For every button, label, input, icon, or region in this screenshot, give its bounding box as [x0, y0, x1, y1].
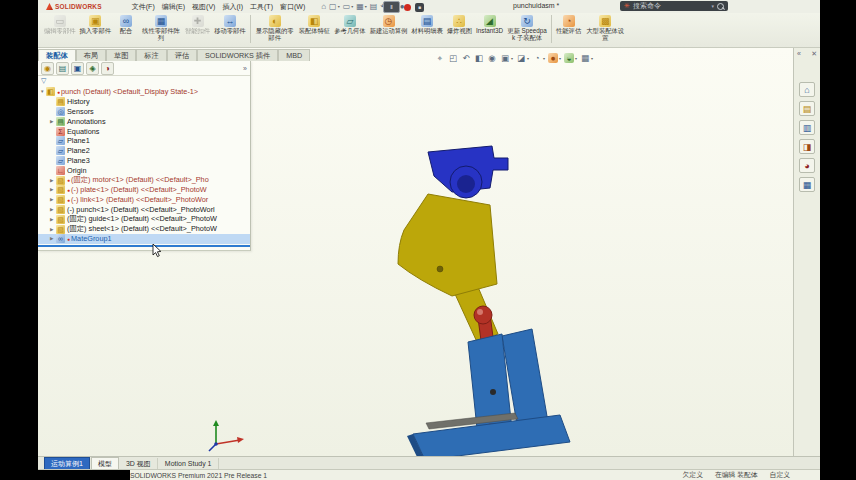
- ribbon-button[interactable]: ◔ 性能评估: [554, 14, 583, 36]
- ribbon-button[interactable]: ▩ 大型装配体设置: [583, 14, 627, 43]
- command-tab[interactable]: 评估: [167, 49, 197, 61]
- feature-tree-item[interactable]: ▤ ● History: [38, 97, 250, 107]
- taskpane-collapse-icon[interactable]: «: [797, 50, 801, 58]
- command-tab[interactable]: 布局: [76, 49, 106, 61]
- search-icon[interactable]: [717, 3, 724, 10]
- sheet-tab[interactable]: 模型: [91, 457, 119, 469]
- configurationmanager-icon[interactable]: ▣: [71, 62, 84, 75]
- command-tab[interactable]: MBD: [278, 49, 310, 61]
- ribbon-button[interactable]: ▱ 参考几何体: [332, 14, 367, 36]
- feature-tree-item[interactable]: ▱ ● Plane3: [38, 156, 250, 166]
- error-badge-icon: ●: [57, 89, 60, 95]
- ribbon-button[interactable]: ▭ 编辑零部件: [42, 14, 77, 36]
- ribbon-button[interactable]: [250, 15, 251, 43]
- previous-view-icon[interactable]: ↶▾: [461, 53, 471, 63]
- feature-tree-item[interactable]: ∟ ● Origin: [38, 165, 250, 175]
- update-speedpak-icon: ↻: [521, 15, 533, 27]
- recorder-pause-button[interactable]: ‖: [383, 1, 400, 13]
- feature-tree-item[interactable]: ▱ ● Plane1: [38, 136, 250, 146]
- feature-tree-item[interactable]: ▶ ▧ ● (-) link<1> (Default) <<Default>_P…: [38, 195, 250, 205]
- error-badge-icon: ●: [67, 187, 70, 193]
- apply-scene-icon[interactable]: ◒▾: [564, 53, 577, 63]
- tree-filter-row: ▽: [38, 76, 250, 86]
- recorder-stop-button[interactable]: ■: [415, 3, 424, 12]
- dimxpertmanager-icon[interactable]: ◈: [86, 62, 99, 75]
- displaymanager-icon[interactable]: ◑: [101, 62, 114, 75]
- home-taskpane-icon[interactable]: ⌂: [799, 82, 815, 97]
- solidworks-logo: SOLIDWORKS: [46, 3, 102, 10]
- home-icon[interactable]: ⌂▾: [321, 2, 326, 11]
- ribbon-button[interactable]: [551, 15, 552, 43]
- hide-show-items-icon[interactable]: ◔▾: [532, 53, 545, 63]
- feature-tree-item[interactable]: ▶ ▧ ● (-) plate<1> (Default) <<Default>_…: [38, 185, 250, 195]
- print-icon[interactable]: ▤▾: [370, 2, 378, 11]
- zoom-to-area-icon[interactable]: ◰▾: [448, 53, 458, 63]
- large-assembly-settings-icon: ▩: [599, 15, 611, 27]
- design-library-icon[interactable]: ▤: [799, 101, 815, 116]
- command-search-box[interactable]: ✳ 搜索命令 ▾: [620, 1, 728, 11]
- view-orientation-icon[interactable]: ▣▾: [500, 53, 513, 63]
- menu-item[interactable]: 插入(I): [222, 2, 243, 12]
- ribbon-button[interactable]: ▤ 材料明细表: [409, 14, 444, 36]
- taskpane-close-icon[interactable]: ✕: [811, 50, 817, 58]
- sheet-tab[interactable]: Motion Study 1: [159, 458, 219, 469]
- feature-tree-item[interactable]: ▶ ▧ ● (固定) sheet<1> (Default) <<Default>…: [38, 224, 250, 234]
- view-palette-icon[interactable]: ◨: [799, 139, 815, 154]
- feature-tree-item[interactable]: ▼ ◧ ● punch (Default) <Default_Display S…: [38, 87, 250, 97]
- save-icon[interactable]: ▦▾: [356, 2, 367, 11]
- command-tab[interactable]: 标注: [136, 49, 166, 61]
- ribbon-button[interactable]: ◢ Instant3D: [474, 14, 505, 36]
- command-tab[interactable]: 装配体: [38, 49, 76, 61]
- feature-tree-item[interactable]: ▶ ∞ ● MateGroup1: [38, 234, 250, 244]
- feature-tree-item[interactable]: ▶ ▧ ● (-) punch<1> (Default) <<Default>_…: [38, 205, 250, 215]
- zoom-to-fit-icon[interactable]: ⌖▾: [435, 53, 445, 63]
- panel-expand-chevron-icon[interactable]: »: [243, 65, 247, 72]
- open-file-icon[interactable]: ▭▾: [343, 2, 354, 11]
- ribbon-button[interactable]: ∞ 配合: [113, 14, 139, 36]
- ribbon-button[interactable]: ▦ 线性零部件阵列: [139, 14, 183, 43]
- sheet-tab[interactable]: 3D 视图: [120, 458, 158, 469]
- graphics-area[interactable]: 装配体 布局 草图 标注 评估 SOLIDWORKS 插件 MBD ⌖▾ ◰▾ …: [38, 48, 820, 456]
- bill-of-materials-icon: ▤: [421, 15, 433, 27]
- feature-tree-item[interactable]: ◎ ● Sensors: [38, 107, 250, 117]
- custom-properties-icon[interactable]: ▦: [799, 177, 815, 192]
- search-dropdown-icon[interactable]: ▾: [711, 3, 714, 9]
- ribbon-button[interactable]: ↔ 移动零部件: [212, 14, 247, 36]
- propertymanager-icon[interactable]: ▤: [56, 62, 69, 75]
- ribbon-button[interactable]: ↻ 更新 Speedpak 子装配体: [505, 14, 549, 43]
- ribbon-button[interactable]: ✚ 智能扣件: [183, 14, 212, 36]
- featuremanager-tree-icon[interactable]: ◉: [41, 62, 54, 75]
- coordinate-triad: [206, 416, 250, 456]
- feature-tree-item[interactable]: ▶ ▧ ● (固定) motor<1> (Default) <<Default>…: [38, 175, 250, 185]
- sheet-tab[interactable]: 运动算例1: [44, 457, 90, 470]
- menu-item[interactable]: 编辑(E): [162, 2, 185, 12]
- feature-tree-item[interactable]: Σ ● Equations: [38, 126, 250, 136]
- search-input[interactable]: 搜索命令: [633, 1, 709, 11]
- menu-item[interactable]: 工具(T): [250, 2, 273, 12]
- ribbon-button[interactable]: ∴ 爆炸视图: [445, 14, 474, 36]
- appearances-scenes-icon[interactable]: ◕: [799, 158, 815, 173]
- section-view-icon[interactable]: ◧▾: [474, 53, 484, 63]
- display-style-icon[interactable]: ◪▾: [516, 53, 529, 63]
- menu-item[interactable]: 文件(F): [132, 2, 155, 12]
- component-icon: ▧: [56, 176, 65, 185]
- linear-component-pattern-icon: ▦: [155, 15, 167, 27]
- ribbon-button[interactable]: ◧ 装配体特征: [297, 14, 332, 36]
- command-tab[interactable]: SOLIDWORKS 插件: [197, 49, 278, 61]
- filter-funnel-icon[interactable]: ▽: [41, 77, 46, 85]
- ribbon-button[interactable]: ◐ 显示隐藏的零部件: [253, 14, 297, 43]
- feature-tree-item[interactable]: ▶ ▧ ● (固定) guide<1> (Default) <<Default>…: [38, 214, 250, 224]
- view-settings-icon[interactable]: ▦▾: [580, 53, 593, 63]
- menu-item[interactable]: 视图(V): [192, 2, 215, 12]
- ribbon-button[interactable]: ◷ 新建运动算例: [368, 14, 410, 36]
- new-file-icon[interactable]: ▢▾: [329, 2, 340, 11]
- feature-tree-item[interactable]: ▱ ● Plane2: [38, 146, 250, 156]
- annotation-views-icon[interactable]: ◉▾: [487, 53, 497, 63]
- edit-appearance-icon[interactable]: ●▾: [548, 53, 561, 63]
- ribbon-button[interactable]: ▣ 插入零部件: [77, 14, 112, 36]
- command-tab[interactable]: 草图: [106, 49, 136, 61]
- feature-tree-item[interactable]: ▶ ▤ ● Annotations: [38, 116, 250, 126]
- menu-item[interactable]: 窗口(W): [280, 2, 305, 12]
- recorder-record-icon[interactable]: [404, 4, 411, 11]
- file-explorer-icon[interactable]: ▥: [799, 120, 815, 135]
